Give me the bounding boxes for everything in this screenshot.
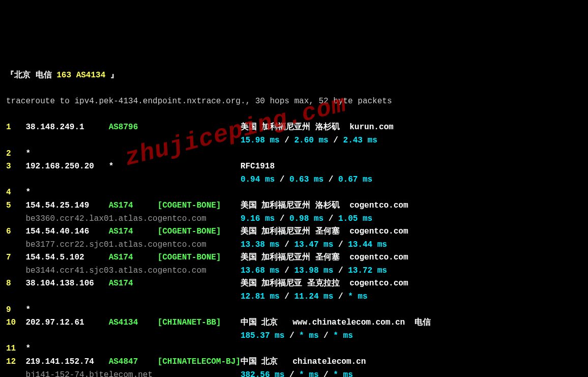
hop-latency: * ms (348, 292, 367, 301)
hop-latency: 13.44 ms (348, 240, 387, 249)
hop-number: 4 (6, 186, 25, 199)
hop-latency-row: 15.98 ms / 2.60 ms / 2.43 ms (6, 134, 582, 148)
hop-row: 4* (6, 186, 582, 199)
latency-separator: / (275, 175, 289, 184)
hop-latency: * ms (299, 370, 318, 377)
hop-number: 1 (6, 121, 25, 134)
hop-rdns: be3177.ccr22.sjc01.atlas.cogentco.com (25, 239, 240, 252)
hop-ip: 192.168.250.20 (25, 160, 108, 173)
hop-geo: 美国 加利福尼亚州 圣何塞 cogentco.com (241, 253, 408, 262)
hop-ip: 219.141.152.74 (25, 356, 108, 369)
latency-separator: / (329, 136, 343, 145)
hop-latency: 0.67 ms (338, 175, 372, 184)
latency-separator: / (324, 214, 338, 223)
hop-number: 7 (6, 251, 25, 265)
hop-latency: 382.56 ms (241, 370, 284, 377)
hop-network-tag: [COGENT-BONE] (158, 225, 241, 239)
hop-row: 11* (6, 342, 582, 356)
hop-latency: * ms (333, 370, 352, 377)
latency-separator: / (284, 331, 299, 340)
latency-separator: / (280, 136, 295, 145)
hop-latency: 13.98 ms (295, 266, 334, 275)
hop-network-tag: [COGENT-BONE] (158, 199, 241, 213)
hop-geo: 中国 北京 chinatelecom.cn (241, 357, 366, 366)
hop-rdns: bj141-152-74.bjtelecom.net (25, 369, 240, 377)
traceroute-command-line: traceroute to ipv4.pek-4134.endpoint.nxt… (6, 95, 582, 108)
hop-latency: 0.63 ms (289, 175, 324, 184)
hop-ip: 38.104.138.106 (25, 277, 108, 291)
hop-number: 12 (6, 356, 25, 369)
hop-row: 6154.54.40.146AS174[COGENT-BONE]美国 加利福尼亚… (6, 225, 582, 239)
terminal-output: 『北京 电信 163 AS4134 』 traceroute to ipv4.p… (6, 56, 582, 377)
latency-separator: / (324, 175, 338, 184)
latency-separator: / (280, 292, 295, 301)
header-line: 『北京 电信 163 AS4134 』 (6, 69, 582, 82)
hop-geo: 美国 加利福尼亚 圣克拉拉 cogentco.com (241, 279, 408, 288)
hop-number: 10 (6, 316, 25, 330)
hop-asn: * (109, 160, 158, 173)
hop-row: 7154.54.5.102AS174[COGENT-BONE]美国 加利福尼亚州… (6, 251, 582, 265)
latency-separator: / (280, 240, 295, 249)
hop-number: 8 (6, 277, 25, 291)
hop-geo: RFC1918 (241, 162, 275, 171)
hop-latency: 13.47 ms (295, 240, 334, 249)
hop-latency: 2.43 ms (343, 136, 377, 145)
hop-latency: 1.05 ms (338, 214, 372, 223)
hop-latency-row: 185.37 ms / * ms / * ms (6, 330, 582, 343)
hop-number: 9 (6, 304, 25, 317)
hop-row: 838.104.138.106AS174美国 加利福尼亚 圣克拉拉 cogent… (6, 277, 582, 291)
hop-number: 3 (6, 160, 25, 173)
hop-latency: 13.72 ms (348, 266, 387, 275)
latency-separator: / (275, 214, 289, 223)
hop-ip: 202.97.12.61 (25, 316, 108, 330)
hop-latency-row: 0.94 ms / 0.63 ms / 0.67 ms (6, 173, 582, 187)
hop-row: 9* (6, 304, 582, 317)
hop-row: 138.148.249.1AS8796美国 加利福尼亚州 洛杉矶 kurun.c… (6, 121, 582, 134)
hop-ip: * (25, 342, 108, 356)
hop-asn: AS4134 (109, 316, 158, 330)
hop-latency: 0.98 ms (289, 214, 324, 223)
hop-row: 10202.97.12.61AS4134[CHINANET-BB]中国 北京 w… (6, 316, 582, 330)
latency-separator: / (333, 292, 348, 301)
header-location: 北京 (14, 71, 31, 80)
hop-latency: * ms (299, 331, 318, 340)
hop-asn: AS174 (109, 199, 158, 213)
hop-number: 6 (6, 225, 25, 239)
hop-network-tag: [CHINATELECOM-BJ] (158, 356, 241, 369)
hop-asn: AS4847 (109, 356, 158, 369)
hop-latency: 13.38 ms (241, 240, 280, 249)
hops-list: 138.148.249.1AS8796美国 加利福尼亚州 洛杉矶 kurun.c… (6, 121, 582, 377)
hop-ip: * (25, 148, 108, 161)
latency-separator: / (319, 331, 334, 340)
bracket-open: 『 (6, 71, 14, 80)
hop-latency: 12.81 ms (241, 292, 280, 301)
hop-ip: * (25, 304, 108, 317)
latency-separator: / (284, 370, 299, 377)
hop-number: 2 (6, 148, 25, 161)
hop-geo: 美国 加利福尼亚州 洛杉矶 kurun.com (241, 123, 394, 132)
latency-separator: / (280, 266, 295, 275)
latency-separator: / (319, 370, 334, 377)
hop-rdns-latency-row: be3177.ccr22.sjc01.atlas.cogentco.com13.… (6, 239, 582, 252)
hop-latency: 11.24 ms (295, 292, 334, 301)
hop-latency: 9.16 ms (241, 214, 275, 223)
hop-ip: 154.54.40.146 (25, 225, 108, 239)
hop-latency: 2.60 ms (295, 136, 329, 145)
header-isp: 电信 (36, 71, 52, 80)
hop-asn: AS174 (109, 225, 158, 239)
hop-ip: 154.54.5.102 (25, 251, 108, 265)
hop-latency-row: 12.81 ms / 11.24 ms / * ms (6, 291, 582, 304)
hop-rdns-latency-row: be3360.ccr42.lax01.atlas.cogentco.com9.1… (6, 213, 582, 226)
hop-number: 5 (6, 199, 25, 213)
hop-row: 3192.168.250.20*RFC1918 (6, 160, 582, 173)
hop-geo: 美国 加利福尼亚州 洛杉矶 cogentco.com (241, 201, 408, 210)
hop-rdns-latency-row: bj141-152-74.bjtelecom.net382.56 ms / * … (6, 369, 582, 377)
hop-rdns-latency-row: be3144.ccr41.sjc03.atlas.cogentco.com13.… (6, 265, 582, 278)
hop-latency: 15.98 ms (241, 136, 280, 145)
hop-row: 5154.54.25.149AS174[COGENT-BONE]美国 加利福尼亚… (6, 199, 582, 213)
hop-row: 12219.141.152.74AS4847[CHINATELECOM-BJ]中… (6, 356, 582, 369)
hop-latency: 13.68 ms (241, 266, 280, 275)
hop-asn: AS174 (109, 277, 158, 291)
header-backbone: 163 AS4134 (56, 71, 105, 80)
hop-geo: 中国 北京 www.chinatelecom.com.cn 电信 (241, 318, 431, 327)
